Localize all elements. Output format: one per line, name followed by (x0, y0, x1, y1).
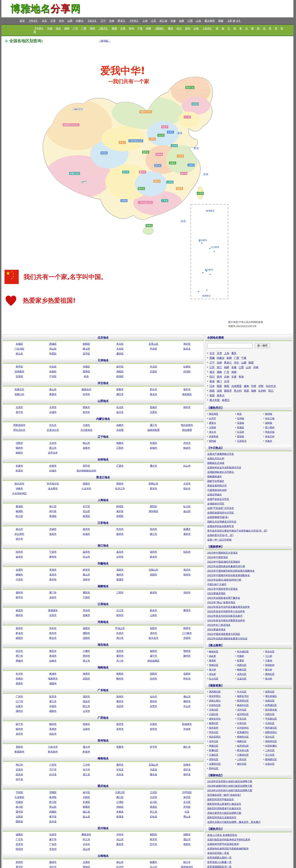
region-link[interactable]: 杨浦区 (3, 509, 36, 514)
region-link[interactable]: 眉山市 (170, 837, 204, 842)
region-link[interactable]: 漯河市 (137, 631, 170, 636)
sidebar-link[interactable]: 清风楼社区 (209, 690, 221, 693)
sidebar-link[interactable]: 玉兰社区 (265, 753, 274, 756)
nav-link[interactable]: 河北 (59, 19, 64, 22)
region-link[interactable]: 南阳市 (3, 636, 36, 641)
region-link[interactable]: 内江市 (70, 837, 103, 842)
region-link[interactable]: 芜湖市 (36, 567, 69, 572)
region-link[interactable]: 石柱县 (137, 814, 170, 819)
sidebar-link[interactable]: 中景社区 (237, 722, 246, 724)
region-link[interactable]: 保亭县 (170, 772, 204, 777)
region-link[interactable]: 涪陵区 (36, 790, 69, 795)
sidebar-link[interactable]: 恒大城社区 (237, 650, 249, 653)
quick-link[interactable]: 山东 (246, 366, 251, 369)
sidebar-link[interactable]: 雄州镇 (265, 412, 272, 415)
region-link[interactable]: 梁平区 (3, 809, 36, 814)
region-link[interactable]: 珠海市 (103, 694, 137, 699)
sidebar-link[interactable]: 端村镇 (265, 422, 272, 424)
region-link[interactable]: 昆明市 (3, 860, 36, 865)
region-link[interactable]: 东城区 (3, 342, 36, 346)
nav-link[interactable]: 广东 (73, 27, 78, 30)
sidebar-link[interactable]: 青茵社区 (209, 744, 218, 747)
region-link[interactable]: 神农架林区 (137, 658, 170, 663)
region-link[interactable]: 石景山区 (137, 342, 170, 346)
nav-link[interactable]: 澳 (251, 27, 254, 30)
region-link[interactable]: 巫溪县 (103, 814, 137, 819)
region-link[interactable]: 荣昌区 (137, 805, 170, 809)
region-link[interactable]: 恩施州 (3, 658, 36, 663)
region-link[interactable]: 朝阳市 (3, 451, 36, 455)
region-link[interactable]: 广元市 (3, 837, 36, 842)
region-link[interactable]: 周口市 (103, 636, 137, 641)
region-link[interactable]: 雅安市 (103, 842, 137, 847)
region-link[interactable]: 自贡市 (36, 832, 69, 837)
sidebar-link[interactable]: 2022年度县市电商竞争力百佳样本 (207, 610, 245, 613)
sidebar-link[interactable]: 宜兴社区 (265, 735, 274, 738)
sidebar-link[interactable]: 锦绣花苑社 (265, 731, 277, 734)
region-link[interactable]: 百色市 (103, 727, 137, 732)
region-link[interactable]: 辽源市 (103, 464, 137, 468)
sidebar-link[interactable]: 任召村 (237, 431, 244, 433)
region-link[interactable]: 永州市 (137, 676, 170, 681)
region-link[interactable]: 红桥区 (170, 364, 204, 369)
sidebar-link[interactable]: 查卡村 (209, 668, 216, 671)
sidebar-link[interactable]: 全国休闲农业与乡村旅游示范县 (207, 466, 241, 469)
region-link[interactable]: 襄阳市 (137, 649, 170, 654)
region-link[interactable]: 南通市 (170, 527, 204, 532)
region-link[interactable]: 金山区 (170, 509, 204, 514)
nav-link[interactable]: 河南 (47, 27, 53, 30)
region-link[interactable]: 武清区 (170, 369, 204, 374)
region-link[interactable]: 长春市 (3, 464, 36, 468)
sidebar-link[interactable]: 翠岗苑社区 (265, 740, 277, 743)
region-link[interactable]: 贵阳市 (3, 745, 36, 749)
region-link[interactable]: 开封市 (36, 626, 69, 631)
region-link[interactable]: 阿坝州 (3, 847, 36, 852)
region-link[interactable]: 遂宁市 (36, 837, 69, 842)
sidebar-link[interactable]: 锤峰社区 (237, 740, 246, 743)
region-link[interactable]: 黑河市 (137, 486, 170, 491)
region-link[interactable]: 通州区 (103, 351, 137, 356)
region-link[interactable]: 郑州市 (3, 626, 36, 631)
region-link[interactable]: 红河州 (103, 865, 137, 868)
region-link[interactable]: 东丽区 (36, 369, 69, 374)
quick-link[interactable]: 印度 (251, 384, 256, 388)
region-link[interactable]: 通辽市 (137, 423, 170, 428)
region-link[interactable]: 鹤壁市 (170, 626, 204, 631)
region-link[interactable]: 肇庆市 (103, 699, 137, 704)
region-link[interactable]: 鄂州市 (170, 649, 204, 654)
nav-link[interactable]: 广西 (81, 27, 86, 30)
sidebar-link[interactable]: 港西社区 (237, 664, 246, 666)
region-link[interactable]: 温州市 (70, 550, 103, 555)
region-link[interactable]: 武汉市 (3, 649, 36, 654)
region-link[interactable]: 宁德市 (70, 595, 103, 600)
quick-link[interactable]: 宁夏 (241, 356, 246, 360)
nav-link[interactable]: 【华东】 (129, 19, 139, 22)
region-link[interactable]: 阳江市 (70, 704, 103, 709)
region-link[interactable]: 三亚市 (36, 763, 69, 767)
sidebar-link[interactable]: 全域旅游示范区 (207, 502, 224, 505)
sidebar-link[interactable]: 师大科大高 (237, 749, 249, 752)
region-link[interactable]: 云浮市 (70, 709, 103, 714)
sidebar-link[interactable]: 全国水产健康养殖示范县 (207, 453, 234, 455)
region-link[interactable]: 常德市 (3, 676, 36, 681)
region-link[interactable]: 十堰市 (70, 649, 103, 654)
region-link[interactable]: 曲靖市 (36, 860, 69, 865)
region-link[interactable]: 衡水市 (137, 392, 170, 397)
region-link[interactable]: 揭阳市 (36, 709, 69, 714)
sidebar-link[interactable]: 全国科普示范县(市、区) (207, 534, 233, 536)
region-link[interactable]: 长治市 (103, 405, 137, 410)
region-link[interactable]: 信阳市 (70, 636, 103, 641)
region-link[interactable]: 苏州市 (137, 527, 170, 532)
sidebar-link[interactable]: 2022年全国31省份GDP排行榜 (207, 579, 241, 581)
sidebar-link[interactable]: 2019年成都市部分乡镇行政区划调整方案 (207, 784, 252, 787)
region-link[interactable]: 徐汇区 (36, 504, 69, 509)
region-link[interactable]: 本溪市 (137, 441, 170, 446)
sidebar-link[interactable]: 全国“平安农机”示范县市 (207, 507, 234, 509)
nav-link[interactable]: 宁夏 (137, 27, 142, 30)
region-link[interactable]: 玉溪市 (70, 860, 103, 865)
region-link[interactable]: 浦东新区 (137, 509, 170, 514)
region-link[interactable]: 池州市 (70, 577, 103, 582)
sidebar-link[interactable]: 四海公寓社 (209, 699, 221, 702)
region-link[interactable]: 伊春市 (3, 486, 36, 491)
quick-link[interactable]: 天津 (217, 352, 222, 355)
